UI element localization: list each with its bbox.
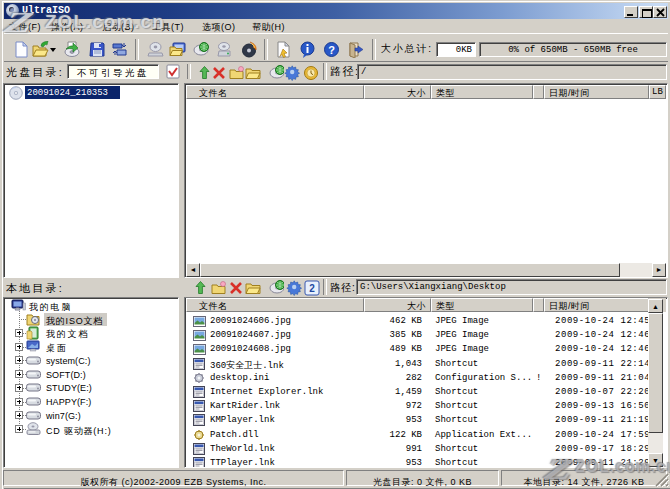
svg-text:2: 2 [309,283,315,294]
